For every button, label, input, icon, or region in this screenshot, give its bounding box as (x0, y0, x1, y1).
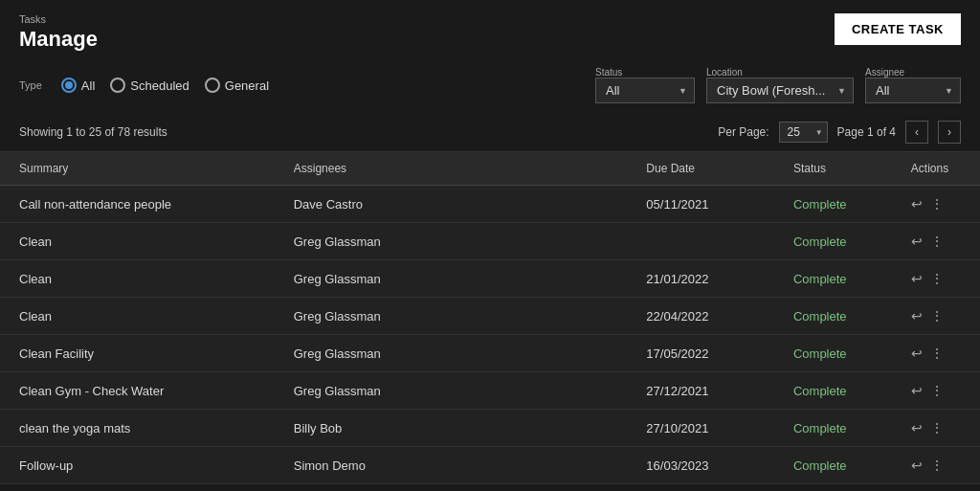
type-all-option[interactable]: All (61, 78, 95, 93)
cell-actions: ↩⋮ (892, 260, 980, 298)
col-header-assignees: Assignees (275, 152, 628, 186)
cell-actions: ↩⋮ (892, 223, 980, 260)
type-scheduled-radio[interactable] (110, 78, 125, 93)
filters-row: Type All Scheduled General Status All Co… (0, 61, 980, 113)
col-header-actions: Actions (892, 152, 980, 186)
status-badge: Complete (793, 272, 847, 286)
type-scheduled-label: Scheduled (130, 78, 189, 93)
per-page-wrapper: 25 50 100 (779, 122, 828, 143)
results-bar: Showing 1 to 25 of 78 results Per Page: … (0, 113, 980, 152)
actions-container: ↩⋮ (911, 383, 961, 398)
cell-status: Complete (774, 410, 892, 447)
cell-summary: Clean (0, 260, 275, 298)
assignee-filter-label: Assignee (865, 67, 961, 78)
table-row: Clean FacilityGreg Glassman17/05/2022Com… (0, 335, 980, 372)
status-badge: Complete (793, 346, 847, 361)
type-all-radio[interactable] (61, 78, 77, 93)
table-row: Follow-upSimon Demo16/03/2023Complete↩⋮ (0, 447, 980, 484)
location-dropdown[interactable]: City Bowl (Foresh... (706, 78, 854, 103)
col-header-duedate: Due Date (627, 152, 774, 186)
cell-actions: ↩⋮ (892, 298, 980, 335)
cell-assignees: Greg Glassman (275, 298, 628, 335)
type-scheduled-option[interactable]: Scheduled (110, 78, 189, 93)
more-actions-icon[interactable]: ⋮ (930, 271, 944, 286)
cell-actions: ↩⋮ (892, 410, 980, 447)
undo-icon[interactable]: ↩ (911, 346, 923, 361)
cell-duedate: 27/10/2021 (627, 410, 774, 447)
per-page-select[interactable]: 25 50 100 (779, 122, 828, 143)
pagination-controls: Per Page: 25 50 100 Page 1 of 4 ‹ › (718, 121, 961, 144)
status-dropdown[interactable]: All Complete Incomplete (595, 78, 695, 103)
cell-actions: ↩⋮ (892, 372, 980, 410)
cell-assignees: Simon Demo (275, 447, 628, 484)
cell-status: Complete (774, 260, 892, 298)
cell-assignees: Greg Glassman (275, 260, 628, 298)
table-row: clean the yoga matsBilly Bob27/10/2021Co… (0, 410, 980, 447)
cell-duedate: 22/04/2022 (627, 298, 774, 335)
page-info: Page 1 of 4 (837, 125, 896, 139)
cell-duedate: 17/05/2022 (627, 335, 774, 372)
cell-actions: ↩⋮ (892, 447, 980, 484)
location-filter-label: Location (706, 67, 854, 78)
type-label: Type (19, 79, 42, 91)
cell-summary: Follow-up (0, 447, 275, 484)
cell-assignees: Greg Glassman (275, 372, 628, 410)
results-count: Showing 1 to 25 of 78 results (19, 125, 167, 139)
more-actions-icon[interactable]: ⋮ (930, 308, 944, 324)
more-actions-icon[interactable]: ⋮ (930, 458, 944, 473)
cell-duedate: 27/12/2021 (627, 372, 774, 410)
location-dropdown-wrapper: City Bowl (Foresh... (706, 78, 854, 103)
table-header: Summary Assignees Due Date Status Action… (0, 152, 980, 186)
cell-assignees: Billy Bob (275, 410, 628, 447)
table-row: CleanGreg GlassmanComplete↩⋮ (0, 223, 980, 260)
assignee-filter-group: Assignee All (865, 67, 961, 103)
undo-icon[interactable]: ↩ (911, 196, 923, 212)
undo-icon[interactable]: ↩ (911, 383, 923, 398)
prev-page-button[interactable]: ‹ (905, 121, 928, 144)
more-actions-icon[interactable]: ⋮ (930, 234, 944, 249)
type-general-label: General (225, 78, 269, 93)
status-badge: Complete (793, 309, 847, 324)
dropdown-filters: Status All Complete Incomplete Location … (595, 67, 961, 103)
per-page-label: Per Page: (718, 125, 768, 139)
cell-summary: clean the yoga mats (0, 410, 275, 447)
more-actions-icon[interactable]: ⋮ (930, 383, 944, 398)
cell-status: Complete (774, 298, 892, 335)
tasks-table: Summary Assignees Due Date Status Action… (0, 152, 980, 484)
more-actions-icon[interactable]: ⋮ (930, 346, 944, 361)
status-filter-label: Status (595, 67, 695, 78)
type-general-option[interactable]: General (205, 78, 269, 93)
page-title: Manage (19, 27, 98, 52)
cell-assignees: Dave Castro (275, 186, 628, 223)
cell-summary: Call non-attendance people (0, 186, 275, 223)
status-badge: Complete (793, 197, 847, 212)
table-row: CleanGreg Glassman22/04/2022Complete↩⋮ (0, 298, 980, 335)
table-row: Call non-attendance peopleDave Castro05/… (0, 186, 980, 223)
status-badge: Complete (793, 421, 847, 435)
cell-status: Complete (774, 186, 892, 223)
next-page-button[interactable]: › (938, 121, 961, 144)
cell-summary: Clean (0, 223, 275, 260)
type-general-radio[interactable] (205, 78, 220, 93)
more-actions-icon[interactable]: ⋮ (930, 420, 944, 435)
tasks-breadcrumb: Tasks (19, 13, 98, 25)
header-left: Tasks Manage (19, 13, 98, 52)
cell-duedate: 16/03/2023 (627, 447, 774, 484)
table-row: Clean Gym - Check WaterGreg Glassman27/1… (0, 372, 980, 410)
undo-icon[interactable]: ↩ (911, 458, 923, 473)
assignee-dropdown[interactable]: All (865, 78, 961, 103)
undo-icon[interactable]: ↩ (911, 234, 923, 249)
cell-duedate: 21/01/2022 (627, 260, 774, 298)
cell-actions: ↩⋮ (892, 186, 980, 223)
cell-summary: Clean Gym - Check Water (0, 372, 275, 410)
status-filter-group: Status All Complete Incomplete (595, 67, 695, 103)
location-filter-group: Location City Bowl (Foresh... (706, 67, 854, 103)
cell-duedate (627, 223, 774, 260)
status-badge: Complete (793, 234, 847, 249)
undo-icon[interactable]: ↩ (911, 308, 923, 324)
undo-icon[interactable]: ↩ (911, 271, 923, 286)
undo-icon[interactable]: ↩ (911, 420, 923, 435)
create-task-button[interactable]: CREATE TASK (835, 13, 961, 45)
cell-duedate: 05/11/2021 (627, 186, 774, 223)
more-actions-icon[interactable]: ⋮ (930, 196, 944, 212)
